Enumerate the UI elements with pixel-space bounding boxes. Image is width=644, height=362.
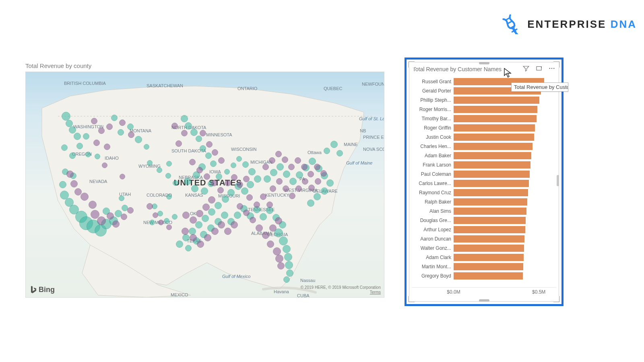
bar-segment[interactable] xyxy=(454,152,531,159)
map-bubble[interactable] xyxy=(127,207,134,214)
map-bubble[interactable] xyxy=(76,143,83,149)
map-bubble[interactable] xyxy=(111,115,118,121)
map-bubble[interactable] xyxy=(181,130,188,136)
map-bubble[interactable] xyxy=(269,224,277,232)
map-bubble[interactable] xyxy=(241,187,248,195)
map-bubble[interactable] xyxy=(89,201,97,209)
map-bubble[interactable] xyxy=(248,168,256,175)
map-bubble[interactable] xyxy=(283,171,290,178)
map-bubble[interactable] xyxy=(243,176,250,182)
map-bubble[interactable] xyxy=(267,241,274,248)
bar-row[interactable]: Ralph Baker xyxy=(412,197,556,206)
map-bubble[interactable] xyxy=(127,123,134,130)
map-bubble[interactable] xyxy=(165,173,171,179)
focus-mode-icon[interactable] xyxy=(535,64,543,74)
bar-row[interactable]: Roger Griffin xyxy=(412,123,556,132)
bar-segment[interactable] xyxy=(454,226,525,233)
bar-row[interactable]: Phillip Steph... xyxy=(412,95,556,105)
map-bubble[interactable] xyxy=(277,262,285,269)
map-bubble[interactable] xyxy=(69,126,76,134)
map-bubble[interactable] xyxy=(61,144,68,151)
map-bubble[interactable] xyxy=(224,228,231,235)
map-bubble[interactable] xyxy=(98,128,105,134)
map-bubble[interactable] xyxy=(74,133,81,140)
bar-segment[interactable] xyxy=(454,263,523,270)
map-bubble[interactable] xyxy=(222,195,229,203)
map-bubble[interactable] xyxy=(201,187,208,195)
map-bubble[interactable] xyxy=(208,208,215,216)
map-bubble[interactable] xyxy=(147,203,153,210)
map-bubble[interactable] xyxy=(260,213,267,220)
map-bubble[interactable] xyxy=(166,194,172,200)
bar-segment[interactable] xyxy=(454,124,535,132)
map-bubble[interactable] xyxy=(204,173,210,180)
map-bubble[interactable] xyxy=(166,224,172,230)
map-bubble[interactable] xyxy=(202,204,210,211)
map-bubble[interactable] xyxy=(289,193,295,199)
map-bubble[interactable] xyxy=(284,253,292,261)
bar-segment[interactable] xyxy=(454,161,530,169)
map-bubble[interactable] xyxy=(120,174,125,179)
map-bubble[interactable] xyxy=(171,123,178,129)
map-bubble[interactable] xyxy=(200,145,206,152)
scrollbar-thumb[interactable] xyxy=(557,175,559,186)
bar-row[interactable]: Adam Baker xyxy=(412,151,556,160)
map-bubble[interactable] xyxy=(217,187,224,193)
map-bubble[interactable] xyxy=(283,276,290,283)
map-bubble[interactable] xyxy=(314,164,320,170)
map-bubble[interactable] xyxy=(336,150,343,156)
map-bubble[interactable] xyxy=(262,232,269,239)
bar-segment[interactable] xyxy=(454,115,537,122)
map-bubble[interactable] xyxy=(80,193,89,201)
map-bubble[interactable] xyxy=(175,140,182,147)
map-bubble[interactable] xyxy=(184,178,191,185)
map-bubble[interactable] xyxy=(269,157,275,164)
map-bubble[interactable] xyxy=(181,115,188,122)
map-bubble[interactable] xyxy=(289,178,297,185)
map-bubble[interactable] xyxy=(250,217,256,223)
bar-row[interactable]: Paul Coleman xyxy=(412,169,556,179)
map-bubble[interactable] xyxy=(302,178,308,185)
map-bubble[interactable] xyxy=(315,178,321,185)
map-bubble[interactable] xyxy=(149,220,155,225)
map-bubble[interactable] xyxy=(211,228,219,235)
bar-segment[interactable] xyxy=(454,272,523,280)
map-bubble[interactable] xyxy=(112,220,120,228)
map-bubble[interactable] xyxy=(97,216,106,225)
bar-segment[interactable] xyxy=(454,143,533,150)
bar-row[interactable]: Arthur Lopez xyxy=(412,225,556,234)
map-bubble[interactable] xyxy=(288,164,295,170)
map-bubble[interactable] xyxy=(301,164,308,170)
bar-row[interactable]: Gregory Boyd xyxy=(412,271,556,280)
map-bubble[interactable] xyxy=(128,132,134,138)
map-bubble[interactable] xyxy=(200,130,206,136)
filter-icon[interactable] xyxy=(522,64,530,74)
map-bubble[interactable] xyxy=(283,245,291,253)
map-bubble[interactable] xyxy=(295,157,301,164)
map-bubble[interactable] xyxy=(231,174,237,181)
map-bubble[interactable] xyxy=(242,161,249,168)
map-bubble[interactable] xyxy=(295,185,302,192)
map-bubble[interactable] xyxy=(182,234,190,241)
map-bubble[interactable] xyxy=(309,158,316,165)
map-bubble[interactable] xyxy=(262,164,269,170)
map-bubble[interactable] xyxy=(85,152,91,157)
map-bubble[interactable] xyxy=(275,217,282,224)
map-bubble[interactable] xyxy=(185,122,192,130)
map-bubble[interactable] xyxy=(164,218,169,224)
map-bubble[interactable] xyxy=(308,185,315,191)
bar-segment[interactable] xyxy=(454,208,526,215)
vertical-scrollbar[interactable] xyxy=(557,78,559,286)
map-bubble[interactable] xyxy=(218,157,225,164)
map-bubble[interactable] xyxy=(118,129,124,136)
map-bubble[interactable] xyxy=(296,171,303,179)
map-bubble[interactable] xyxy=(270,169,277,176)
map-bubble[interactable] xyxy=(197,241,204,248)
map-bubble[interactable] xyxy=(243,210,250,216)
map-bubble[interactable] xyxy=(227,189,235,196)
map-bubble[interactable] xyxy=(270,185,276,192)
map-bubble[interactable] xyxy=(157,211,163,216)
bar-row[interactable]: Martin Mont... xyxy=(412,262,556,271)
map-bubble[interactable] xyxy=(62,112,70,121)
map-bubble[interactable] xyxy=(195,221,202,228)
